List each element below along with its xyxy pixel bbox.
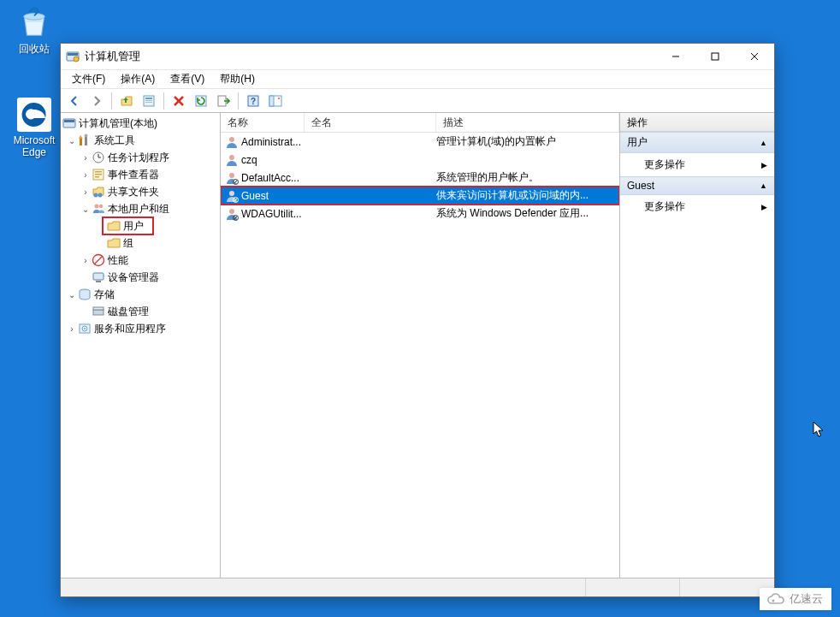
maximize-button[interactable] (695, 44, 735, 69)
svg-point-4 (74, 56, 79, 62)
chevron-right-icon[interactable]: › (80, 153, 92, 163)
menu-help[interactable]: 帮助(H) (213, 70, 262, 88)
svg-rect-44 (93, 307, 104, 310)
tree-groups-folder[interactable]: 组 (61, 234, 220, 252)
user-desc: 供来宾访问计算机或访问域的内... (436, 188, 619, 203)
tree-label: 本地用户和组 (108, 202, 169, 217)
tree-task-scheduler[interactable]: › 任务计划程序 (61, 149, 220, 166)
svg-line-39 (94, 256, 103, 264)
system-tools-icon (78, 133, 92, 147)
window-title: 计算机管理 (85, 50, 656, 64)
titlebar[interactable]: 计算机管理 (61, 44, 774, 69)
tree-system-tools[interactable]: ⌄ 系统工具 (61, 132, 220, 149)
forward-button[interactable] (86, 92, 107, 110)
performance-icon (92, 253, 105, 267)
user-disabled-icon (225, 189, 239, 203)
back-button[interactable] (64, 92, 85, 110)
svg-point-36 (95, 205, 99, 209)
chevron-down-icon[interactable]: ⌄ (80, 205, 92, 214)
folder-icon (107, 236, 121, 250)
svg-text:?: ? (251, 97, 256, 106)
chevron-right-icon: ▶ (761, 161, 767, 169)
user-row[interactable]: czq (221, 151, 619, 169)
user-desc: 系统为 Windows Defender 应用... (436, 206, 619, 221)
actions-more-guest[interactable]: 更多操作 ▶ (620, 195, 774, 218)
menu-file[interactable]: 文件(F) (65, 70, 112, 88)
app-icon (66, 50, 80, 63)
actions-more-users[interactable]: 更多操作 ▶ (620, 153, 774, 176)
desktop-icon-recycle-bin[interactable]: 回收站 (7, 5, 62, 56)
actions-section-users[interactable]: 用户 ▲ (620, 132, 774, 153)
tree-label: 设备管理器 (108, 270, 159, 285)
svg-point-47 (84, 328, 86, 329)
svg-rect-3 (68, 53, 78, 56)
user-row-selected[interactable]: Guest 供来宾访问计算机或访问域的内... (221, 187, 619, 205)
svg-rect-31 (95, 171, 102, 173)
menu-action[interactable]: 操作(A) (114, 70, 162, 88)
list-panel: 名称 全名 描述 Administrat... 管理计算机(域)的内置帐户 cz… (221, 113, 620, 578)
svg-rect-41 (96, 281, 101, 282)
svg-point-59 (772, 600, 775, 602)
minimize-button[interactable] (656, 44, 695, 69)
tree-local-users-groups[interactable]: ⌄ 本地用户和组 (61, 200, 220, 217)
tree-disk-management[interactable]: 磁盘管理 (61, 303, 220, 320)
list-rows-container: Administrat... 管理计算机(域)的内置帐户 czq Default… (221, 133, 619, 578)
chevron-right-icon[interactable]: › (80, 187, 92, 197)
highlight-box: 用户 (102, 217, 154, 235)
actions-sub-label: 更多操作 (644, 199, 685, 214)
chevron-down-icon[interactable]: ⌄ (66, 136, 78, 145)
help-button[interactable]: ? (243, 92, 263, 110)
tree-label: 存储 (94, 288, 115, 302)
user-row[interactable]: DefaultAcc... 系统管理的用户帐户。 (221, 169, 619, 187)
refresh-button[interactable] (191, 92, 211, 110)
user-name: Administrat... (241, 136, 301, 148)
svg-rect-23 (64, 120, 74, 122)
chevron-right-icon[interactable]: › (66, 324, 78, 334)
svg-rect-25 (85, 136, 87, 145)
desktop-icon-edge[interactable]: Microsoft Edge (7, 98, 62, 158)
tree-label: 任务计划程序 (108, 151, 169, 165)
tree-event-viewer[interactable]: › 事件查看器 (61, 166, 220, 183)
svg-rect-12 (145, 102, 152, 103)
column-header-description[interactable]: 描述 (436, 113, 619, 132)
tree-panel: 计算机管理(本地) ⌄ 系统工具 › 任务计划程序 (61, 113, 221, 578)
clock-icon (92, 151, 105, 164)
svg-rect-32 (95, 174, 102, 175)
collapse-icon: ▲ (760, 181, 767, 190)
delete-button[interactable] (169, 92, 189, 110)
tree-users-folder[interactable]: 用户 (61, 217, 220, 234)
up-button[interactable] (116, 92, 137, 110)
properties-button[interactable] (139, 92, 159, 110)
tree-shared-folders[interactable]: › 共享文件夹 (61, 183, 220, 200)
actions-section-guest[interactable]: Guest ▲ (620, 176, 774, 195)
user-row[interactable]: Administrat... 管理计算机(域)的内置帐户 (221, 133, 619, 151)
show-hide-button[interactable] (265, 92, 286, 110)
tree-label: 系统工具 (94, 133, 135, 148)
tree-services-apps[interactable]: › 服务和应用程序 (61, 320, 220, 337)
computer-management-window: 计算机管理 文件(F) 操作(A) 查看(V) 帮助(H) (60, 43, 775, 597)
menu-view[interactable]: 查看(V) (163, 70, 211, 88)
chevron-down-icon[interactable]: ⌄ (66, 290, 78, 300)
chevron-right-icon[interactable]: › (80, 256, 92, 265)
tree-storage[interactable]: ⌄ 存储 (61, 286, 220, 303)
services-apps-icon (78, 322, 92, 335)
svg-rect-6 (712, 53, 719, 60)
tree-root-node[interactable]: 计算机管理(本地) (61, 115, 220, 132)
actions-section-label: 用户 (627, 135, 648, 150)
tree-performance[interactable]: › 性能 (61, 252, 220, 269)
svg-point-26 (85, 134, 88, 138)
column-header-name[interactable]: 名称 (221, 113, 305, 132)
column-header-fullname[interactable]: 全名 (305, 113, 436, 132)
export-button[interactable] (213, 92, 234, 110)
close-button[interactable] (735, 44, 774, 69)
user-row[interactable]: WDAGUtilit... 系统为 Windows Defender 应用... (221, 205, 619, 222)
storage-icon (78, 288, 92, 301)
user-name: WDAGUtilit... (241, 208, 302, 220)
svg-rect-20 (269, 96, 274, 106)
chevron-right-icon[interactable]: › (80, 170, 92, 180)
svg-rect-33 (95, 176, 99, 178)
svg-point-53 (229, 191, 234, 196)
tree-device-manager[interactable]: 设备管理器 (61, 269, 220, 286)
toolbar-separator (111, 92, 112, 110)
svg-rect-10 (145, 98, 152, 99)
